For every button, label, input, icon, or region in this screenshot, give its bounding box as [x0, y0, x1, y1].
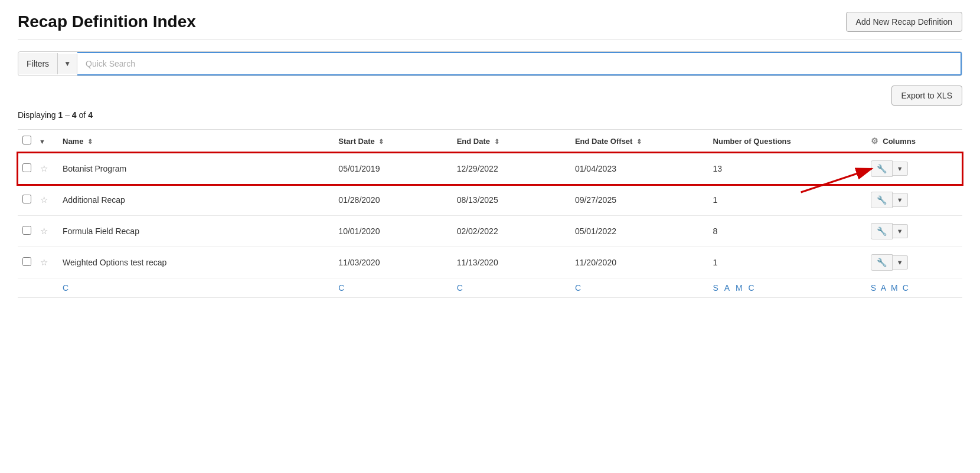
footer-start-date-c[interactable]: C [338, 283, 344, 293]
row-end-date: 12/29/2022 [450, 153, 568, 185]
row-star-cell: ☆ [37, 247, 55, 278]
footer-name-c[interactable]: C [63, 283, 68, 293]
header-end-date-offset-label: End Date Offset [575, 137, 633, 146]
footer-start-date-links: C [331, 278, 449, 298]
wrench-button[interactable]: 🔧 [871, 254, 893, 271]
row-checkbox-cell [18, 216, 37, 247]
header-columns-label: Columns [883, 137, 916, 146]
star-button[interactable]: ☆ [39, 225, 49, 238]
header-star-cell: ▼ [37, 130, 55, 153]
footer-col-s[interactable]: S [871, 283, 876, 293]
footer-num-s[interactable]: S [713, 283, 718, 293]
footer-star-cell [37, 278, 55, 298]
action-button-group: 🔧 ▼ [871, 223, 955, 239]
row-start-date: 05/01/2019 [331, 153, 449, 185]
footer-col-c[interactable]: C [903, 283, 909, 293]
display-count: Displaying 1 – 4 of 4 [18, 110, 962, 120]
header-end-date: End Date ⇕ [450, 130, 568, 153]
quick-search-input[interactable] [77, 52, 962, 75]
row-start-date: 10/01/2020 [331, 216, 449, 247]
filter-bar: Filters ▼ [18, 51, 962, 76]
action-dropdown-button[interactable]: ▼ [893, 162, 908, 176]
header-name-label: Name [63, 137, 83, 146]
footer-num-c[interactable]: C [749, 283, 754, 293]
footer-num-a[interactable]: A [724, 283, 730, 293]
footer-name-links: C [55, 278, 331, 298]
action-dropdown-button[interactable]: ▼ [893, 193, 908, 207]
row-start-date: 01/28/2020 [331, 185, 449, 216]
table-body: ☆ Botanist Program 05/01/2019 12/29/2022… [18, 153, 962, 298]
footer-columns-links: S A M C [864, 278, 962, 298]
table-row: ☆ Formula Field Recap 10/01/2020 02/02/2… [18, 216, 962, 247]
row-end-date: 08/13/2025 [450, 185, 568, 216]
table-row: ☆ Additional Recap 01/28/2020 08/13/2025… [18, 185, 962, 216]
filters-dropdown-button[interactable]: ▼ [58, 54, 77, 74]
header-end-date-offset: End Date Offset ⇕ [568, 130, 706, 153]
action-button-group: 🔧 ▼ [871, 254, 955, 271]
page-title: Recap Definition Index [18, 12, 196, 31]
row-action-cell: 🔧 ▼ [864, 216, 962, 247]
row-num-questions: 1 [706, 247, 864, 278]
action-dropdown-button[interactable]: ▼ [893, 224, 908, 238]
footer-end-date-c[interactable]: C [457, 283, 463, 293]
row-end-date-offset: 09/27/2025 [568, 185, 706, 216]
end-date-offset-sort-icon[interactable]: ⇕ [636, 138, 642, 146]
row-checkbox[interactable] [22, 257, 31, 266]
row-end-date: 02/02/2022 [450, 216, 568, 247]
table-wrapper: ▼ Name ⇕ Start Date ⇕ End Date ⇕ End Dat… [18, 129, 962, 298]
row-end-date-offset: 05/01/2022 [568, 216, 706, 247]
header-checkbox-cell [18, 130, 37, 153]
display-range-end: 4 [72, 110, 77, 120]
row-name: Formula Field Recap [55, 216, 331, 247]
star-button[interactable]: ☆ [39, 162, 49, 175]
header-num-questions: Number of Questions [706, 130, 864, 153]
row-checkbox[interactable] [22, 195, 31, 203]
footer-row: C C C C S A M C S A M C [18, 278, 962, 298]
name-sort-icon[interactable]: ⇕ [87, 138, 93, 146]
row-star-cell: ☆ [37, 185, 55, 216]
star-button[interactable]: ☆ [39, 193, 49, 206]
row-num-questions: 13 [706, 153, 864, 185]
header-start-date: Start Date ⇕ [331, 130, 449, 153]
columns-gear-icon[interactable]: ⚙ [871, 136, 878, 146]
action-button-group: 🔧 ▼ [871, 160, 955, 177]
row-num-questions: 8 [706, 216, 864, 247]
row-action-cell: 🔧 ▼ [864, 153, 962, 185]
dropdown-header-btn[interactable]: ▼ [39, 138, 45, 145]
display-of: of [77, 110, 88, 120]
table-header-row: ▼ Name ⇕ Start Date ⇕ End Date ⇕ End Dat… [18, 130, 962, 153]
row-star-cell: ☆ [37, 153, 55, 185]
header-end-date-label: End Date [457, 137, 490, 146]
action-dropdown-button[interactable]: ▼ [893, 255, 908, 270]
star-button[interactable]: ☆ [39, 256, 49, 269]
footer-num-m[interactable]: M [736, 283, 743, 293]
footer-col-m[interactable]: M [891, 283, 898, 293]
filters-label-button[interactable]: Filters [18, 53, 58, 74]
display-total: 4 [88, 110, 93, 120]
footer-end-date-links: C [450, 278, 568, 298]
wrench-button[interactable]: 🔧 [871, 223, 893, 239]
display-dash: – [63, 110, 72, 120]
row-checkbox[interactable] [22, 226, 31, 235]
add-new-recap-button[interactable]: Add New Recap Definition [846, 12, 962, 32]
footer-end-date-offset-c[interactable]: C [575, 283, 581, 293]
row-start-date: 11/03/2020 [331, 247, 449, 278]
row-end-date: 11/13/2020 [450, 247, 568, 278]
row-name: Weighted Options test recap [55, 247, 331, 278]
action-button-group: 🔧 ▼ [871, 192, 955, 208]
row-checkbox-cell [18, 185, 37, 216]
start-date-sort-icon[interactable]: ⇕ [378, 138, 384, 146]
row-checkbox[interactable] [22, 163, 31, 172]
footer-col-a[interactable]: A [881, 283, 886, 293]
row-checkbox-cell [18, 153, 37, 185]
wrench-button[interactable]: 🔧 [871, 160, 893, 177]
table-row: ☆ Botanist Program 05/01/2019 12/29/2022… [18, 153, 962, 185]
row-end-date-offset: 11/20/2020 [568, 247, 706, 278]
row-name: Additional Recap [55, 185, 331, 216]
wrench-button[interactable]: 🔧 [871, 192, 893, 208]
end-date-sort-icon[interactable]: ⇕ [494, 138, 499, 146]
header-name: Name ⇕ [55, 130, 331, 153]
row-num-questions: 1 [706, 185, 864, 216]
export-to-xls-button[interactable]: Export to XLS [891, 86, 962, 106]
select-all-checkbox[interactable] [22, 136, 31, 144]
